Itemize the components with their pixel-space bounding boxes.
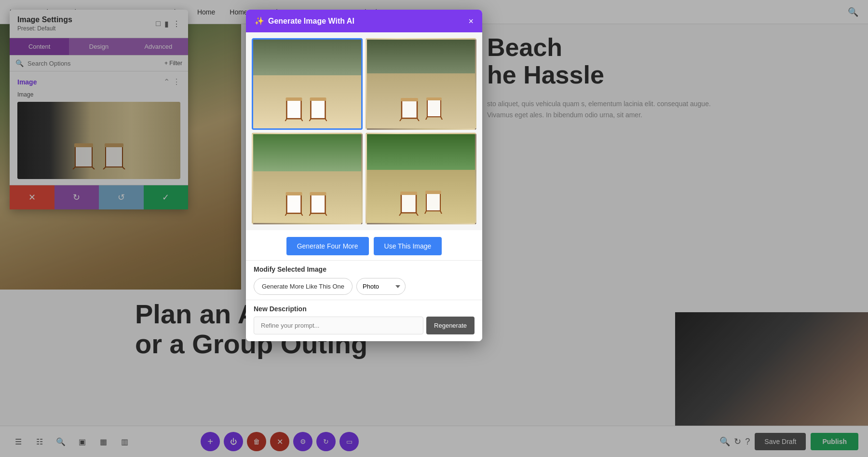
svg-rect-20 (427, 99, 441, 117)
svg-line-33 (399, 213, 401, 216)
use-image-button[interactable]: Use This Image (374, 237, 442, 255)
svg-rect-8 (287, 99, 301, 119)
modal-action-row: Generate Four More Use This Image (246, 230, 482, 260)
wand-icon: ✨ (255, 16, 264, 26)
svg-line-25 (285, 213, 287, 216)
svg-rect-16 (402, 100, 417, 118)
regenerate-button[interactable]: Regenerate (426, 317, 475, 334)
svg-rect-31 (310, 192, 326, 195)
svg-line-34 (416, 213, 418, 216)
modal-header: ✨ Generate Image With AI × (246, 10, 482, 32)
svg-rect-28 (311, 194, 326, 213)
desc-label: New Description (254, 305, 475, 313)
image-grid (246, 32, 482, 230)
grid-item-2[interactable] (366, 38, 476, 130)
style-select[interactable]: Photo Illustration Art Sketch (356, 278, 406, 295)
svg-rect-27 (286, 192, 302, 195)
svg-rect-23 (426, 97, 442, 100)
svg-line-37 (425, 211, 426, 214)
modify-section: Modify Selected Image Generate More Like… (246, 260, 482, 300)
ai-generate-modal: ✨ Generate Image With AI × (246, 10, 482, 341)
svg-rect-12 (311, 99, 326, 119)
modal-close-button[interactable]: × (468, 17, 474, 26)
svg-line-29 (310, 213, 311, 216)
modal-title: ✨ Generate Image With AI (255, 16, 354, 26)
grid-item-1[interactable] (252, 38, 363, 130)
svg-line-14 (326, 119, 327, 121)
desc-input-row: Regenerate (254, 317, 475, 334)
modal-title-text: Generate Image With AI (268, 17, 354, 26)
grid-chair-icon-4a (398, 186, 421, 216)
svg-rect-36 (426, 193, 440, 211)
svg-rect-19 (401, 98, 418, 101)
generate-more-button[interactable]: Generate Four More (286, 237, 369, 255)
grid-item-4[interactable] (366, 133, 476, 224)
svg-rect-11 (286, 97, 302, 101)
svg-line-10 (301, 119, 303, 121)
svg-rect-15 (310, 97, 326, 101)
svg-line-18 (417, 118, 419, 121)
grid-chair-icon-2b (425, 93, 444, 120)
svg-line-22 (441, 117, 442, 120)
svg-rect-39 (425, 191, 441, 194)
svg-line-9 (285, 119, 287, 121)
svg-line-30 (326, 213, 327, 216)
svg-line-13 (310, 119, 311, 121)
modify-row: Generate More Like This One Photo Illust… (254, 278, 475, 295)
grid-chair-icon-2a (398, 93, 422, 121)
grid-chair-icon-1b (309, 92, 330, 121)
grid-chair-icon-3a (285, 187, 306, 216)
desc-input[interactable] (254, 317, 423, 334)
desc-section: New Description Regenerate (246, 300, 482, 341)
grid-chair-icon-1a (285, 92, 306, 121)
grid-item-3[interactable] (252, 133, 363, 224)
svg-rect-32 (401, 194, 416, 213)
svg-rect-35 (400, 192, 417, 195)
svg-line-17 (400, 118, 402, 121)
modify-label: Modify Selected Image (254, 265, 475, 273)
grid-chair-icon-4b (424, 186, 444, 214)
grid-chair-icon-3b (309, 187, 330, 216)
svg-rect-24 (287, 194, 301, 213)
svg-line-38 (440, 211, 442, 214)
svg-line-21 (426, 117, 427, 120)
svg-line-26 (301, 213, 303, 216)
generate-like-button[interactable]: Generate More Like This One (254, 278, 353, 295)
